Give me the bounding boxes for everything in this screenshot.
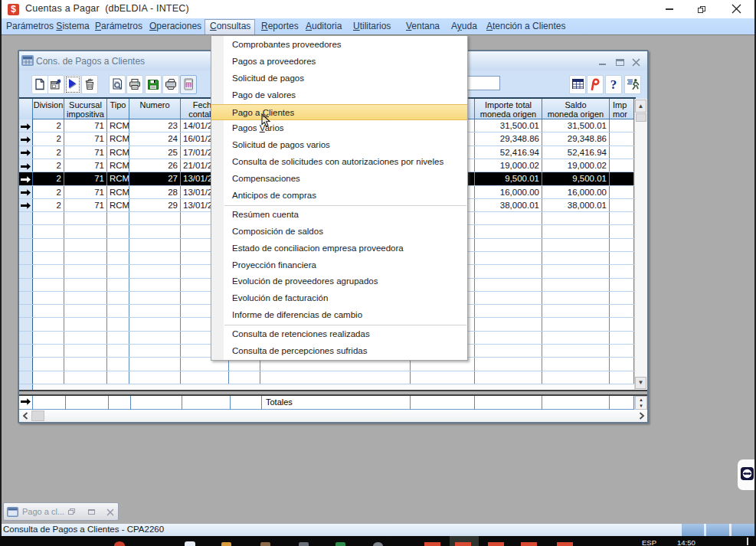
svg-text:?: ?: [610, 78, 617, 90]
